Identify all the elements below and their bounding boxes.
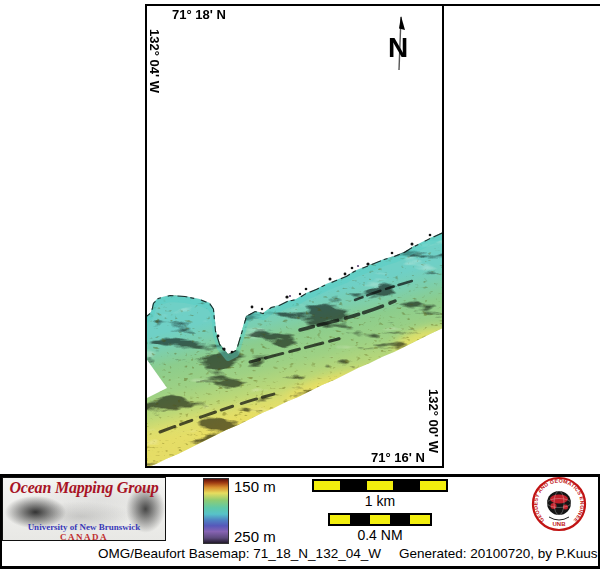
basemap-page: 71° 18' N 132° 04' W 132° 00' W 71° 16' … <box>0 0 600 569</box>
footer-caption-generated: Generated: 20100720, by P.Kuus <box>399 546 598 561</box>
legend-panel: Ocean Mapping Group University of New Br… <box>0 474 600 569</box>
coord-label-left: 132° 04' W <box>147 29 162 93</box>
swath-texture-group <box>145 228 443 468</box>
coord-label-right: 132° 00' W <box>426 389 441 453</box>
omg-logo: Ocean Mapping Group University of New Br… <box>2 477 166 541</box>
colorbar-max-label: 250 m <box>234 528 276 545</box>
omg-logo-country: CANADA <box>3 532 165 541</box>
unb-geodesy-seal: GEODESY AND GEOMATICS ENGINEERING UNB <box>528 474 590 536</box>
north-arrow-icon: N <box>386 14 416 76</box>
footer-caption: OMG/Beaufort Basemap: 71_18_N_132_04_W G… <box>2 546 600 561</box>
footer-caption-basemap: OMG/Beaufort Basemap: 71_18_N_132_04_W <box>98 546 381 561</box>
omg-logo-title: Ocean Mapping Group <box>3 479 165 497</box>
scalebar-km <box>312 479 448 492</box>
seal-unb-text: UNB <box>553 521 567 527</box>
depth-colorbar <box>203 478 229 544</box>
coord-label-bottom: 71° 16' N <box>371 450 425 465</box>
north-label: N <box>388 32 408 63</box>
scalebar-nm-label: 0.4 NM <box>312 527 448 543</box>
omg-logo-university: University of New Brunswick <box>3 522 165 532</box>
colorbar-min-label: 150 m <box>234 478 276 495</box>
scalebar-km-label: 1 km <box>312 493 448 509</box>
north-arrow-head <box>399 16 405 30</box>
coord-label-top: 71° 18' N <box>172 7 226 22</box>
top-border-rule <box>444 4 600 6</box>
scalebar-nm <box>328 513 432 526</box>
